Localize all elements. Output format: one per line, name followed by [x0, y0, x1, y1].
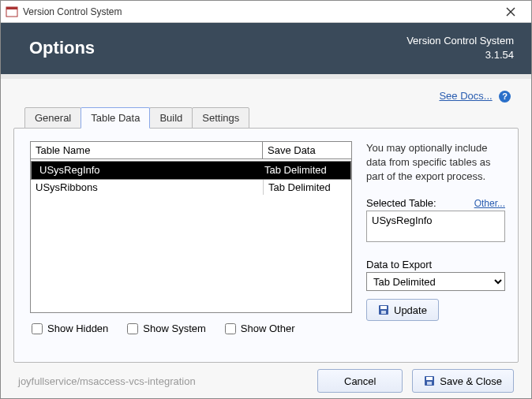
cell-table-name: USysRibbons [31, 180, 263, 195]
show-other-checkbox[interactable] [225, 323, 236, 334]
tab-build[interactable]: Build [149, 107, 193, 129]
show-hidden-checkbox[interactable] [32, 323, 43, 334]
svg-rect-8 [426, 377, 433, 380]
other-link[interactable]: Other... [474, 198, 505, 209]
data-to-export-label: Data to Export [366, 259, 505, 270]
tab-settings[interactable]: Settings [192, 107, 249, 129]
see-docs-link[interactable]: See Docs... [439, 90, 492, 102]
svg-rect-6 [381, 311, 386, 314]
product-version: 3.1.54 [406, 48, 514, 62]
page-title: Options [29, 38, 406, 58]
window-title: Version Control System [23, 6, 495, 17]
product-name: Version Control System [406, 34, 514, 48]
data-to-export-select[interactable]: Tab Delimited [366, 272, 505, 291]
tab-strip: General Table Data Build Settings [24, 107, 519, 129]
show-other-label: Show Other [241, 323, 295, 334]
show-system-check[interactable]: Show System [127, 323, 205, 334]
cancel-button-label: Cancel [344, 375, 376, 387]
show-other-check[interactable]: Show Other [225, 323, 295, 334]
show-hidden-check[interactable]: Show Hidden [32, 323, 108, 334]
info-text: You may optionally include data from spe… [366, 141, 505, 183]
cell-save-data: Tab Delimited [259, 162, 347, 178]
close-icon [506, 7, 515, 17]
show-hidden-label: Show Hidden [47, 323, 108, 334]
footer: joyfullservice/msaccess-vcs-integration … [1, 364, 531, 398]
save-close-button[interactable]: Save & Close [412, 369, 514, 393]
svg-rect-1 [6, 7, 17, 9]
update-button[interactable]: Update [366, 299, 439, 321]
save-icon [378, 304, 389, 315]
svg-rect-5 [380, 306, 387, 309]
col-header-save-data[interactable]: Save Data [263, 142, 351, 158]
cell-table-name: USysRegInfo [35, 162, 259, 178]
selected-table-field[interactable]: USysRegInfo [366, 211, 505, 242]
show-system-label: Show System [143, 323, 205, 334]
header: Options Version Control System 3.1.54 [1, 23, 531, 74]
col-header-table-name[interactable]: Table Name [31, 142, 263, 158]
repo-path: joyfullservice/msaccess-vcs-integration [18, 375, 308, 387]
show-system-checkbox[interactable] [127, 323, 138, 334]
table-row[interactable]: USysRibbons Tab Delimited [31, 180, 351, 195]
tables-grid[interactable]: Table Name Save Data USysRegInfo Tab Del… [30, 141, 352, 313]
tab-table-data[interactable]: Table Data [81, 107, 150, 129]
selected-table-label: Selected Table: [366, 197, 474, 209]
tab-panel: Table Name Save Data USysRegInfo Tab Del… [13, 128, 519, 363]
app-icon [6, 6, 18, 18]
cell-save-data: Tab Delimited [263, 180, 351, 195]
tab-general[interactable]: General [24, 107, 81, 129]
cancel-button[interactable]: Cancel [317, 369, 403, 393]
update-button-label: Update [394, 304, 427, 316]
table-row[interactable]: USysRegInfo Tab Delimited [31, 161, 351, 180]
close-button[interactable] [495, 3, 526, 21]
help-icon[interactable]: ? [499, 91, 511, 103]
save-icon [424, 375, 435, 386]
titlebar: Version Control System [1, 1, 531, 23]
svg-rect-9 [427, 382, 432, 385]
save-close-button-label: Save & Close [440, 375, 502, 387]
